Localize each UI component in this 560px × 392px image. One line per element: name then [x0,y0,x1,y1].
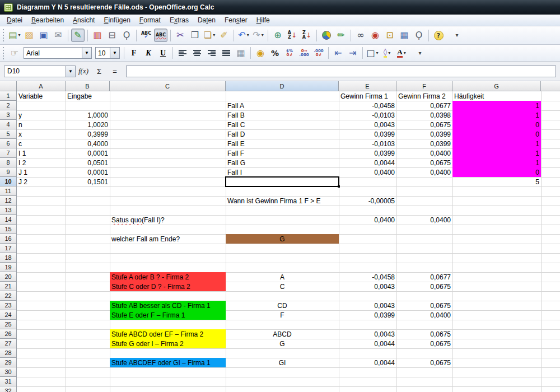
cell-F11[interactable] [396,186,453,197]
cell-A3[interactable]: y [17,110,66,120]
cell-B2[interactable] [66,101,110,111]
cell-G24[interactable] [452,310,542,320]
row-header-13[interactable]: 13 [0,206,17,215]
undo-button[interactable]: ↶▾ [237,29,250,42]
row-header-2[interactable]: 2 [0,101,17,110]
cell-D14[interactable] [226,215,339,225]
cell-E21[interactable]: 0,0043 [339,282,397,292]
chevron-down-icon[interactable]: ▾ [18,33,21,38]
cell-A32[interactable] [17,386,66,392]
cell-D9[interactable]: Fall I [226,167,339,178]
sheet-corner-selector[interactable] [0,81,17,91]
cell-E25[interactable] [339,320,397,330]
row-header-6[interactable]: 6 [0,139,17,148]
cell-A7[interactable]: I 1 [17,148,66,158]
row-header-28[interactable]: 28 [0,348,17,358]
cell-B5[interactable]: 0,3999 [66,129,110,139]
add-decimal-button[interactable]: 0→.000 [297,46,311,60]
chevron-down-icon[interactable]: ▾ [388,51,390,55]
cell-A18[interactable] [17,253,66,263]
cell-E23[interactable]: 0,0043 [339,301,397,311]
chevron-down-icon[interactable]: ▾ [262,33,264,38]
cell-F25[interactable] [396,320,453,330]
cell-F23[interactable]: 0,0675 [396,301,453,311]
cell-D21[interactable]: C [226,282,339,292]
cell-E8[interactable]: 0,0044 [339,158,397,168]
cell-B13[interactable] [66,206,110,216]
cell-A12[interactable] [17,196,66,206]
cell-F31[interactable] [396,377,453,387]
cell-G5[interactable]: 0 [452,129,542,139]
row-header-10[interactable]: 10 [0,177,17,186]
cell-B6[interactable]: 0,4000 [66,139,110,149]
copy-button[interactable]: ❐ [188,29,202,42]
cell-H20[interactable] [541,272,560,282]
cell-H27[interactable] [541,339,560,349]
cell-A19[interactable] [17,263,66,273]
row-header-31[interactable]: 31 [0,377,17,386]
cell-F16[interactable] [396,234,453,244]
cell-C10[interactable] [110,177,226,187]
cell-D5[interactable]: Fall D [226,129,339,139]
cell-D7[interactable]: Fall F [226,148,339,158]
column-header-C[interactable]: C [110,81,226,91]
cell-D3[interactable]: Fall B [226,110,339,120]
cell-E2[interactable]: -0,0458 [339,101,397,111]
cell-D6[interactable]: Fall E [226,139,339,149]
cell-H32[interactable] [541,386,560,392]
cell-E5[interactable]: 0,0399 [339,129,397,139]
cell-D30[interactable] [226,367,339,377]
cell-C12[interactable] [110,196,226,206]
cell-F21[interactable]: 0,0675 [396,282,453,292]
function-wizard-button[interactable]: f(x) [76,65,91,77]
menu-hilfe[interactable]: Hilfe [252,15,274,25]
cell-G15[interactable] [452,225,542,235]
cell-H8[interactable] [541,158,560,168]
cell-B28[interactable] [66,348,110,358]
row-header-16[interactable]: 16 [0,234,17,244]
cell-A26[interactable] [17,329,66,339]
cell-C17[interactable] [110,244,226,254]
cell-F26[interactable]: 0,0675 [396,329,453,339]
email-button[interactable]: ✉ [52,29,65,42]
cell-B23[interactable] [66,301,110,311]
font-color-button[interactable]: A▾ [395,46,408,60]
toolbar-drag-handle[interactable] [2,47,5,59]
cell-C22[interactable] [110,291,226,301]
cell-B14[interactable] [66,215,110,225]
autospellcheck-button[interactable]: ABC [154,29,167,42]
cell-F7[interactable]: 0,0400 [396,148,453,158]
sum-button[interactable]: Σ [92,65,106,77]
sort-ascending-button[interactable]: AZ↓ [286,29,299,42]
standard-toolbar-overflow-button[interactable]: ▾ [450,29,464,42]
cell-F6[interactable]: 0,0399 [396,139,453,149]
cell-G31[interactable] [452,377,542,387]
cell-H24[interactable] [541,310,560,320]
cell-G10[interactable]: 5 [452,177,542,187]
cell-H3[interactable] [541,110,560,120]
open-button[interactable]: ▨ [22,29,36,42]
cell-A10[interactable]: J 2 [17,177,66,187]
cell-G21[interactable] [452,282,542,292]
cell-G26[interactable] [452,329,542,339]
cell-D26[interactable]: ABCD [226,329,339,339]
cell-A13[interactable] [17,206,66,216]
cell-D15[interactable] [226,225,339,235]
cell-B10[interactable]: 0,1501 [66,177,110,187]
cell-C27[interactable]: Stufe G oder I – Firma 2 [110,339,226,349]
spellcheck-button[interactable]: ABC✔ [139,29,153,42]
cell-F18[interactable] [396,253,453,263]
cell-G6[interactable]: 1 [452,139,542,149]
cell-H16[interactable] [541,234,560,244]
cell-E28[interactable] [339,348,397,358]
chevron-down-icon[interactable]: ▾ [376,51,379,55]
sort-descending-button[interactable]: ZA↓ [300,29,314,42]
cell-D24[interactable]: F [226,310,339,320]
cell-G12[interactable] [452,196,542,206]
column-header-E[interactable]: E [339,81,396,91]
cell-H14[interactable] [541,215,560,225]
cell-E15[interactable] [339,225,397,235]
cell-H18[interactable] [541,253,560,263]
cell-E31[interactable] [339,377,397,387]
cell-C3[interactable] [110,110,226,120]
